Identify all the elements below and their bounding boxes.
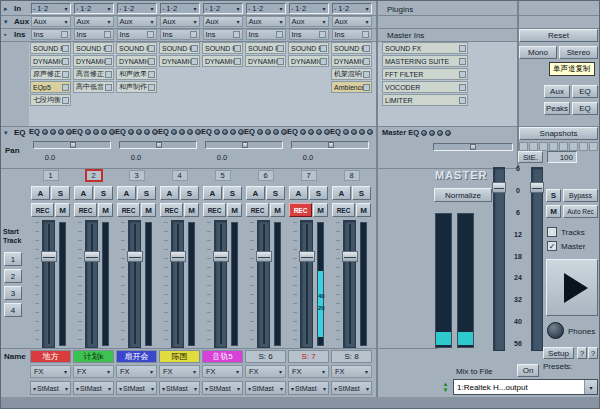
track-name[interactable]: S: 7	[288, 350, 329, 363]
fx-slot[interactable]: SOUND FX	[73, 42, 114, 54]
fx-checkbox[interactable]	[62, 84, 69, 91]
master-fx-checkbox[interactable]	[459, 58, 466, 65]
eq-knob[interactable]	[359, 129, 365, 135]
fx-checkbox[interactable]	[148, 71, 155, 78]
solo-button[interactable]: S	[137, 186, 156, 200]
collapse-ins-icon[interactable]: ▪	[4, 31, 6, 38]
automation-button[interactable]: A	[160, 186, 179, 200]
channel-fx-button[interactable]: FX▾	[30, 365, 71, 378]
eq-label[interactable]: EQ	[29, 127, 40, 136]
stereo-button[interactable]: Stereo	[559, 46, 598, 59]
inserts-button[interactable]: Ins	[289, 29, 329, 40]
mix-to-file-label[interactable]: Mix to File	[456, 367, 492, 376]
fx-checkbox[interactable]	[234, 45, 241, 52]
master-fader-right[interactable]	[531, 167, 543, 351]
fx-checkbox[interactable]	[363, 84, 370, 91]
reset-button[interactable]: Reset	[519, 29, 598, 42]
fx-slot[interactable]: SOUND FX	[245, 42, 286, 54]
output-routing-select[interactable]: ▾StMast▾	[202, 381, 243, 395]
channel-fx-button[interactable]: FX▾	[288, 365, 329, 378]
record-arm-button[interactable]: REC	[332, 203, 355, 217]
volume-fader[interactable]	[214, 220, 227, 348]
master-fx-slot[interactable]: FFT FILTER	[382, 68, 468, 80]
snapshot-slot[interactable]	[569, 142, 578, 151]
track-name[interactable]: S: 6	[245, 350, 286, 363]
eq-label[interactable]: EQ	[330, 127, 341, 136]
eq-knob[interactable]	[179, 129, 185, 135]
snapshot-slot[interactable]	[559, 142, 568, 151]
mute-button[interactable]: M	[141, 203, 156, 217]
eq-knob[interactable]	[343, 129, 349, 135]
auto-rec-button[interactable]: Auto Rec	[563, 205, 598, 218]
master-fx-checkbox[interactable]	[459, 84, 466, 91]
inserts-checkbox[interactable]	[276, 31, 283, 38]
input-select[interactable]: ▪1·2▾	[160, 3, 200, 14]
mono-button[interactable]: Mono	[519, 46, 557, 59]
setup-button[interactable]: Setup	[543, 347, 574, 359]
mute-button[interactable]: M	[356, 203, 371, 217]
volume-fader[interactable]	[42, 220, 55, 348]
volume-fader[interactable]	[128, 220, 141, 348]
master-eq-knob[interactable]	[445, 130, 451, 136]
aux-button[interactable]: Aux▾	[289, 16, 329, 27]
volume-fader[interactable]	[171, 220, 184, 348]
inserts-checkbox[interactable]	[190, 31, 197, 38]
inserts-button[interactable]: Ins	[332, 29, 372, 40]
eq-knob[interactable]	[144, 129, 150, 135]
aux-master-button[interactable]: Aux	[544, 85, 570, 98]
track-name[interactable]: 扇开会	[116, 350, 157, 363]
channel-fx-button[interactable]: FX▾	[202, 365, 243, 378]
mute-button[interactable]: M	[98, 203, 113, 217]
eq-label[interactable]: EQ	[158, 127, 169, 136]
fx-checkbox[interactable]	[105, 45, 112, 52]
fx-slot[interactable]: DYNAMICS	[116, 55, 157, 67]
master-fx-checkbox[interactable]	[459, 45, 466, 52]
fx-checkbox[interactable]	[105, 71, 112, 78]
fx-checkbox[interactable]	[277, 45, 284, 52]
automation-button[interactable]: A	[332, 186, 351, 200]
eq-knob[interactable]	[300, 129, 306, 135]
automation-button[interactable]: A	[289, 186, 308, 200]
track-name[interactable]: 陈国	[159, 350, 200, 363]
fx-checkbox[interactable]	[234, 58, 241, 65]
start-track-button[interactable]: 2	[4, 269, 22, 283]
fx-slot[interactable]: 原声修正	[30, 68, 71, 80]
snapshot-slot[interactable]	[519, 142, 528, 151]
inserts-button[interactable]: Ins	[74, 29, 114, 40]
inserts-button[interactable]: Ins	[203, 29, 243, 40]
eq-knob[interactable]	[230, 129, 236, 135]
volume-fader[interactable]	[257, 220, 270, 348]
eq-knob[interactable]	[308, 129, 314, 135]
fx-slot[interactable]: DYNAMICS	[73, 55, 114, 67]
eq-knob[interactable]	[351, 129, 357, 135]
mix-on-button[interactable]: On	[517, 364, 539, 377]
eq-knob[interactable]	[214, 129, 220, 135]
eq-knob[interactable]	[58, 129, 64, 135]
pan-slider[interactable]	[205, 141, 283, 149]
collapse-aux-icon[interactable]: ▾	[4, 18, 8, 26]
fx-checkbox[interactable]	[320, 45, 327, 52]
aux-button[interactable]: Aux▾	[31, 16, 71, 27]
eq-knob[interactable]	[316, 129, 322, 135]
channel-number[interactable]: 2	[86, 170, 102, 181]
record-arm-button[interactable]: REC	[246, 203, 269, 217]
snapshot-slot[interactable]	[529, 142, 538, 151]
fx-slot[interactable]: 七段均衡	[30, 94, 71, 106]
master-fx-slot[interactable]: MASTERING SUITE	[382, 55, 468, 67]
fader-handle[interactable]	[213, 251, 229, 262]
master-mute-button[interactable]: M	[546, 205, 561, 218]
inserts-button[interactable]: Ins	[117, 29, 157, 40]
record-arm-button[interactable]: REC	[74, 203, 97, 217]
fx-checkbox[interactable]	[62, 97, 69, 104]
fx-checkbox[interactable]	[148, 84, 155, 91]
stereo-enhancer-button[interactable]: StE.	[518, 151, 543, 163]
start-track-button[interactable]: 1	[4, 252, 22, 266]
output-routing-select[interactable]: ▾StMast▾	[331, 381, 372, 395]
inserts-checkbox[interactable]	[362, 31, 369, 38]
channel-fx-button[interactable]: FX▾	[73, 365, 114, 378]
start-track-button[interactable]: 4	[4, 303, 22, 317]
automation-button[interactable]: A	[31, 186, 50, 200]
output-routing-select[interactable]: ▾StMast▾	[116, 381, 157, 395]
inserts-checkbox[interactable]	[104, 31, 111, 38]
plugins-header[interactable]: Plugins	[387, 5, 413, 14]
